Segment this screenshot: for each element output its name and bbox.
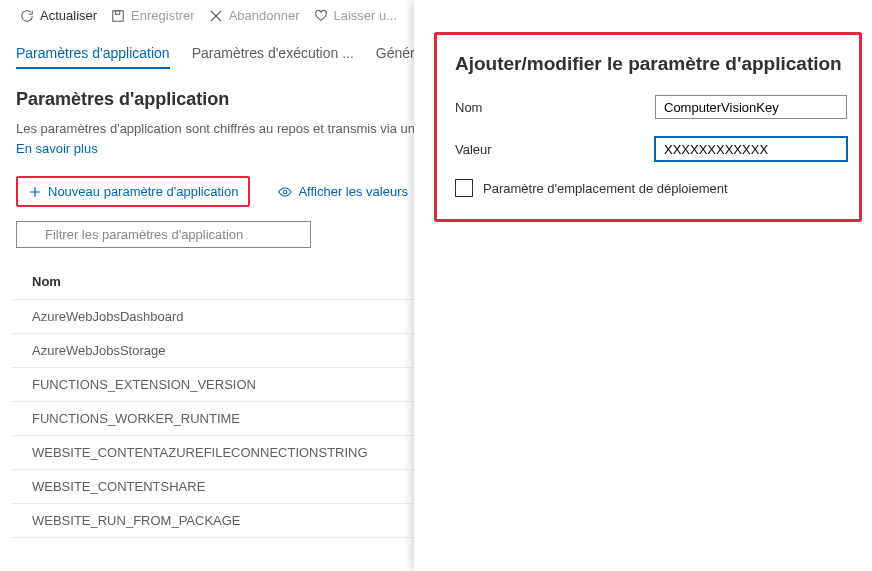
new-app-setting-label: Nouveau paramètre d'application xyxy=(48,184,238,199)
show-values-button[interactable]: Afficher les valeurs xyxy=(268,178,418,205)
form-row-name: Nom xyxy=(455,95,847,119)
heart-icon xyxy=(314,9,328,23)
deploy-slot-checkbox[interactable] xyxy=(455,179,473,197)
name-label: Nom xyxy=(455,100,655,115)
tab-app-settings[interactable]: Paramètres d'application xyxy=(16,45,170,69)
feedback-button[interactable]: Laisser u... xyxy=(314,8,398,23)
save-button[interactable]: Enregistrer xyxy=(111,8,195,23)
value-label: Valeur xyxy=(455,142,655,157)
show-values-label: Afficher les valeurs xyxy=(298,184,408,199)
close-icon xyxy=(209,9,223,23)
form-row-value: Valeur xyxy=(455,137,847,161)
refresh-button[interactable]: Actualiser xyxy=(20,8,97,23)
discard-label: Abandonner xyxy=(229,8,300,23)
plus-icon xyxy=(28,185,42,199)
new-app-setting-button[interactable]: Nouveau paramètre d'application xyxy=(16,176,250,207)
name-input[interactable] xyxy=(655,95,847,119)
feedback-label: Laisser u... xyxy=(334,8,398,23)
svg-point-2 xyxy=(284,190,288,194)
description-text: Les paramètres d'application sont chiffr… xyxy=(16,121,415,136)
svg-rect-0 xyxy=(113,10,124,21)
refresh-label: Actualiser xyxy=(40,8,97,23)
filter-input[interactable] xyxy=(16,221,311,248)
panel-highlight: Ajouter/modifier le paramètre d'applicat… xyxy=(434,32,862,222)
refresh-icon xyxy=(20,9,34,23)
svg-rect-1 xyxy=(115,10,119,14)
save-label: Enregistrer xyxy=(131,8,195,23)
save-icon xyxy=(111,9,125,23)
tab-exec-params[interactable]: Paramètres d'exécution ... xyxy=(192,45,354,69)
discard-button[interactable]: Abandonner xyxy=(209,8,300,23)
eye-icon xyxy=(278,185,292,199)
panel-title: Ajouter/modifier le paramètre d'applicat… xyxy=(455,53,847,75)
value-input[interactable] xyxy=(655,137,847,161)
deploy-slot-label: Paramètre d'emplacement de déploiement xyxy=(483,181,728,196)
edit-setting-panel: Ajouter/modifier le paramètre d'applicat… xyxy=(414,0,872,571)
deploy-slot-row: Paramètre d'emplacement de déploiement xyxy=(455,179,847,197)
learn-more-link[interactable]: En savoir plus xyxy=(16,140,98,158)
